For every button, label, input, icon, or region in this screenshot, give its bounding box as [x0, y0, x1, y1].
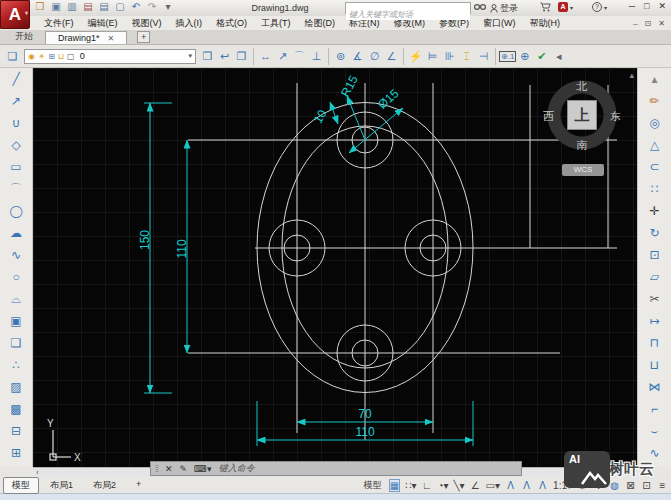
menu-format[interactable]: 格式(O) [209, 17, 254, 30]
menu-view[interactable]: 视图(V) [125, 17, 169, 30]
drawing-canvas[interactable]: Y X 150 110 [33, 68, 637, 467]
rotate-tool[interactable]: ↻ [638, 222, 671, 244]
radius-dimension-button[interactable]: ⊚ [332, 50, 349, 63]
new-sheet-button[interactable]: ▢ [114, 1, 126, 12]
ellipse-tool[interactable]: ○ [0, 266, 32, 288]
drag-handle[interactable]: ⁞⁞ [155, 464, 158, 474]
print-button[interactable]: ▤ [98, 1, 110, 12]
open-button[interactable]: ❒ [34, 1, 46, 12]
tolerance-button[interactable]: ⊕.1 [499, 51, 516, 62]
view-cube-east[interactable]: 东 [610, 109, 621, 124]
undo-button[interactable]: ↶ [130, 1, 142, 12]
login-button[interactable]: 登录 [490, 2, 518, 15]
stretch-tool[interactable]: ▱ [638, 266, 671, 288]
plot-button[interactable]: ▤ [82, 1, 94, 12]
center-mark-button[interactable]: ⊕ [516, 50, 533, 63]
layer-states-button[interactable]: ❐ [233, 50, 250, 63]
model-tab[interactable]: 模型 [3, 477, 39, 494]
linear-dimension-button[interactable]: ↔ [257, 50, 274, 62]
layer-dropdown[interactable]: ◉☀⊞⊔▢ 0 ▾ [24, 49, 196, 64]
continue-dimension-button[interactable]: ⊪ [441, 50, 458, 63]
view-cube-north[interactable]: 北 [540, 79, 624, 94]
doc-restore-button[interactable]: ⊡ [645, 19, 652, 28]
layer-thaw-icon[interactable]: ☀ [38, 52, 45, 61]
array-tool[interactable]: ∷ [638, 178, 671, 200]
insert-block-tool[interactable]: ▣ [0, 310, 32, 332]
ordinate-dimension-button[interactable]: ⊥ [308, 50, 325, 63]
layer-previous-button[interactable]: ↩ [216, 50, 233, 63]
qat-more-button[interactable]: ▾ [162, 1, 174, 12]
extend-tool[interactable]: ↦ [638, 310, 671, 332]
region-tool[interactable]: ⊟ [0, 420, 32, 442]
view-cube-west[interactable]: 西 [543, 109, 554, 124]
command-line[interactable]: ⁞⁞ ✕ ✎ ⌨▾ 键入命令 [150, 461, 522, 476]
layer-color-icon[interactable]: ▢ [67, 52, 75, 61]
polyline-tool[interactable]: ∪ [0, 112, 32, 134]
app-logo-button[interactable]: A ▾ [0, 0, 30, 29]
command-close-icon[interactable]: ✕ [165, 464, 173, 474]
aligned-dimension-button[interactable]: ↗ [274, 50, 291, 63]
menu-edit[interactable]: 编辑(E) [81, 17, 125, 30]
offset-tool[interactable]: ⊂ [638, 156, 671, 178]
doc-minimize-button[interactable]: – [633, 19, 637, 28]
help-button[interactable]: ?▾ [592, 2, 607, 12]
menu-help[interactable]: 帮助(H) [523, 17, 568, 30]
menu-draw[interactable]: 绘图(D) [298, 17, 343, 30]
menu-file[interactable]: 文件(F) [37, 17, 81, 30]
point-tool[interactable]: ∴ [0, 354, 32, 376]
fillet-tool[interactable]: ⌣ [638, 420, 671, 442]
layer-on-icon[interactable]: ◉ [28, 52, 35, 61]
spline-tool[interactable]: ∿ [0, 244, 32, 266]
vertical-scroll-up-icon[interactable]: ▴ [629, 70, 634, 80]
layout2-tab[interactable]: 布局2 [84, 477, 125, 494]
customize-menu[interactable]: ≡ [657, 480, 668, 491]
mirror-tool[interactable]: △ [638, 134, 671, 156]
command-prompt[interactable]: 键入命令 [219, 462, 255, 475]
line-tool[interactable]: ╱ [0, 68, 32, 90]
arc-length-dimension-button[interactable]: ⌒ [291, 49, 308, 64]
snap-toggle[interactable]: ∷▾ [405, 480, 416, 491]
join-tool[interactable]: ⋈ [638, 376, 671, 398]
gradient-tool[interactable]: ▩ [0, 398, 32, 420]
polygon-tool[interactable]: ◇ [0, 134, 32, 156]
dimension-spacing-button[interactable]: ⌶ [458, 50, 475, 63]
view-cube-south[interactable]: 南 [540, 138, 624, 153]
polar-tracking-toggle[interactable]: ◔▾ [438, 480, 449, 491]
trim-tool[interactable]: ✂ [638, 288, 671, 310]
layer-viewport-icon[interactable]: ⊞ [48, 52, 55, 61]
app-store-icon[interactable]: A▾ [558, 2, 573, 12]
new-tab-button[interactable]: + [137, 31, 150, 43]
dimension-update-button[interactable]: ✔ [533, 50, 550, 63]
isometric-toggle[interactable]: ╲▾ [454, 480, 465, 491]
view-cube-top-face[interactable]: 上 [567, 100, 597, 130]
scroll-up-icon[interactable]: ▴ [638, 68, 671, 90]
annotation-autoscale-toggle[interactable]: Λ [521, 480, 532, 491]
quick-dimension-button[interactable]: ⚡ [407, 50, 424, 63]
erase-tool[interactable]: ✏ [638, 90, 671, 112]
break-tool[interactable]: ⊔ [638, 354, 671, 376]
doc-close-button[interactable]: ✕ [658, 19, 665, 28]
ellipse-arc-tool[interactable]: ⌓ [0, 288, 32, 310]
circle-tool[interactable]: ◯ [0, 200, 32, 222]
redo-button[interactable]: ↷ [146, 1, 158, 12]
rectangle-tool[interactable]: ▭ [0, 156, 32, 178]
layer-unlock-icon[interactable]: ⊔ [58, 52, 64, 61]
new-layout-button[interactable]: + [127, 477, 150, 494]
osnap-settings[interactable]: ▭▾ [486, 480, 500, 491]
tab-start[interactable]: 开始 [3, 29, 45, 44]
cart-icon[interactable] [540, 2, 551, 12]
binoculars-search-icon[interactable] [474, 2, 486, 11]
break-at-point-tool[interactable]: ⊓ [638, 332, 671, 354]
maximize-button[interactable]: □ [644, 1, 649, 11]
hatch-tool[interactable]: ▨ [0, 376, 32, 398]
ortho-toggle[interactable]: ∟ [422, 480, 433, 491]
view-cube[interactable]: 北 南 西 东 上 [540, 76, 624, 156]
table-tool[interactable]: ⊞ [0, 442, 32, 464]
close-icon[interactable]: ✕ [108, 34, 115, 43]
layout1-tab[interactable]: 布局1 [41, 477, 82, 494]
copy-tool[interactable]: ◎ [638, 112, 671, 134]
wcs-selector[interactable]: WCS [562, 164, 604, 176]
baseline-dimension-button[interactable]: ⊨ [424, 50, 441, 63]
keyboard-icon[interactable]: ⌨▾ [194, 464, 212, 474]
tab-drawing1[interactable]: Drawing1* ✕ [45, 31, 127, 44]
